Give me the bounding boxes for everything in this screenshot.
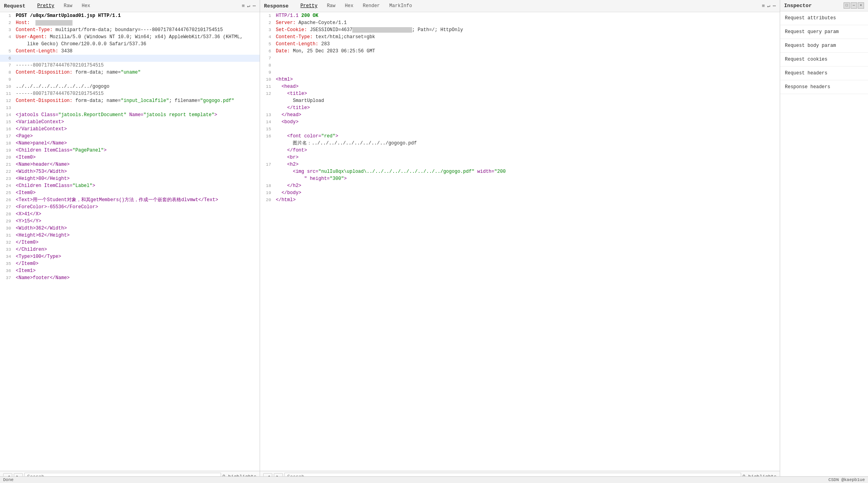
table-row: 9 bbox=[260, 69, 780, 76]
table-row: 36 <Item1> bbox=[0, 267, 260, 274]
table-row: 27 <ForeColor>-65536</ForeColor> bbox=[0, 204, 260, 211]
table-row: 3 Content-Type: multipart/form-data; bou… bbox=[0, 26, 260, 33]
table-row: 24 <Children ItemClass="Label"> bbox=[0, 182, 260, 189]
table-row: 14 <jatools Class="jatools.ReportDocumen… bbox=[0, 111, 260, 118]
table-row: 4 Content-Type: text/html;charset=gbk bbox=[260, 33, 780, 41]
table-row: 8 bbox=[260, 62, 780, 69]
table-row: 14 <body> bbox=[260, 118, 780, 126]
table-row: 22 <Width>753</Width> bbox=[0, 168, 260, 175]
table-row: 1 POST /u8qx/SmartUpload01.jsp HTTP/1.1 bbox=[0, 12, 260, 19]
inspector-item-request-query-param[interactable]: Request query param bbox=[780, 25, 868, 39]
inspector-title: Inspector bbox=[784, 3, 812, 9]
table-row: 12 <title> bbox=[260, 90, 780, 97]
inspector-header: Inspector □ ─ × bbox=[780, 0, 868, 11]
table-row: 18 </h2> bbox=[260, 182, 780, 189]
toggle-btn-3[interactable]: × bbox=[858, 2, 864, 9]
table-row: 3 Set-Cookie: JSESSIONID=4637███████████… bbox=[260, 26, 780, 33]
request-title: Request bbox=[4, 3, 26, 9]
table-row: 37 <Name>footer</Name> bbox=[0, 274, 260, 281]
table-row: 11 ------8007178744476702101754515 bbox=[0, 90, 260, 97]
table-row: 23 <Height>80</Height> bbox=[0, 175, 260, 182]
table-row: 19 <Children ItemClass="PagePanel"> bbox=[0, 147, 260, 154]
table-row: 35 </Item0> bbox=[0, 260, 260, 267]
response-panel: Response Pretty Raw Hex Render MarkInfo … bbox=[260, 0, 780, 483]
table-row: 7 ------8007178744476702101754515 bbox=[0, 62, 260, 69]
table-row: 20 <Item0> bbox=[0, 154, 260, 161]
inspector-panel: Inspector □ ─ × Request attributes Reque… bbox=[780, 0, 868, 483]
table-row: 32 </Item0> bbox=[0, 239, 260, 246]
table-row: 5 Content-Length: 3438 bbox=[0, 48, 260, 55]
wrap-icon[interactable]: ↵ bbox=[247, 3, 250, 9]
table-row: </font> bbox=[260, 147, 780, 154]
table-row: 21 <Name>header</Name> bbox=[0, 161, 260, 168]
table-row: 16 </VariableContext> bbox=[0, 126, 260, 133]
request-tab-bar: Pretty Raw Hex bbox=[33, 2, 237, 9]
table-row: 2 Server: Apache-Coyote/1.1 bbox=[260, 19, 780, 26]
toggle-btn-1[interactable]: □ bbox=[844, 2, 850, 9]
main-layout: Request Pretty Raw Hex ≡ ↵ ⋯ 1 POST /u8q… bbox=[0, 0, 868, 483]
status-done: Done bbox=[3, 477, 13, 482]
table-row: 7 bbox=[260, 55, 780, 62]
filter-icon[interactable]: ≡ bbox=[242, 3, 245, 9]
table-row: 30 <Width>362</Width> bbox=[0, 225, 260, 232]
table-row: 17 <h2> bbox=[260, 161, 780, 168]
table-row: </title> bbox=[260, 104, 780, 111]
inspector-toggle: □ ─ × bbox=[844, 2, 864, 9]
table-row: 2 Host: ██ ██ ███ ███ bbox=[0, 19, 260, 26]
request-tab-raw[interactable]: Raw bbox=[60, 2, 76, 9]
request-tab-pretty[interactable]: Pretty bbox=[33, 2, 58, 9]
response-more-icon[interactable]: ⋯ bbox=[773, 3, 776, 9]
response-toolbar: ≡ ↵ ⋯ bbox=[762, 3, 776, 9]
response-tab-render[interactable]: Render bbox=[359, 2, 384, 9]
more-icon[interactable]: ⋯ bbox=[253, 3, 256, 9]
table-row: 9 bbox=[0, 76, 260, 83]
response-tab-raw[interactable]: Raw bbox=[323, 2, 340, 9]
toggle-btn-2[interactable]: ─ bbox=[851, 2, 857, 9]
table-row: 11 <head> bbox=[260, 83, 780, 90]
table-row: 16 <font color="red"> bbox=[260, 133, 780, 140]
inspector-item-request-headers[interactable]: Request headers bbox=[780, 67, 868, 80]
table-row: 19 </body> bbox=[260, 189, 780, 196]
response-tab-markinfo[interactable]: MarkInfo bbox=[385, 2, 416, 9]
table-row: 26 <Text>用一个Student对象，和其getMembers()方法，作… bbox=[0, 196, 260, 204]
table-row: 13 </head> bbox=[260, 111, 780, 118]
response-filter-icon[interactable]: ≡ bbox=[762, 3, 765, 9]
table-row: 6 Date: Mon, 25 Dec 2023 06:25:56 GMT bbox=[260, 48, 780, 55]
table-row: 25 <Item0> bbox=[0, 189, 260, 196]
table-row: 28 <X>41</X> bbox=[0, 211, 260, 218]
table-row: 31 <Height>62</Height> bbox=[0, 232, 260, 239]
request-panel-header: Request Pretty Raw Hex ≡ ↵ ⋯ bbox=[0, 0, 260, 12]
table-row: 20 </html> bbox=[260, 196, 780, 204]
response-panel-header: Response Pretty Raw Hex Render MarkInfo … bbox=[260, 0, 780, 12]
response-tab-pretty[interactable]: Pretty bbox=[296, 2, 321, 9]
table-row: 13 bbox=[0, 104, 260, 111]
inspector-item-response-headers[interactable]: Response headers bbox=[780, 80, 868, 94]
table-row: 10 <html> bbox=[260, 76, 780, 83]
table-row: 17 <Page> bbox=[0, 133, 260, 140]
table-row: 12 Content-Disposition: form-data; name=… bbox=[0, 97, 260, 104]
table-row: 8 Content-Disposition: form-data; name="… bbox=[0, 69, 260, 76]
table-row: 33 </Children> bbox=[0, 246, 260, 253]
table-row: 6 bbox=[0, 55, 260, 62]
request-tab-hex[interactable]: Hex bbox=[78, 2, 94, 9]
response-tab-hex[interactable]: Hex bbox=[341, 2, 357, 9]
table-row: 1 HTTP/1.1 200 OK bbox=[260, 12, 780, 19]
table-row: 15 bbox=[260, 126, 780, 133]
table-row: SmartUpload bbox=[260, 97, 780, 104]
table-row: 29 <Y>15</Y> bbox=[0, 218, 260, 225]
table-row: 34 <Type>100</Type> bbox=[0, 253, 260, 260]
inspector-item-request-attributes[interactable]: Request attributes bbox=[780, 11, 868, 25]
response-code-area: 1 HTTP/1.1 200 OK 2 Server: Apache-Coyot… bbox=[260, 12, 780, 471]
response-code-lines: 1 HTTP/1.1 200 OK 2 Server: Apache-Coyot… bbox=[260, 12, 780, 204]
inspector-item-request-body-param[interactable]: Request body param bbox=[780, 39, 868, 53]
inspector-item-request-cookies[interactable]: Request cookies bbox=[780, 53, 868, 67]
response-tab-bar: Pretty Raw Hex Render MarkInfo bbox=[296, 2, 757, 9]
request-toolbar: ≡ ↵ ⋯ bbox=[242, 3, 256, 9]
response-wrap-icon[interactable]: ↵ bbox=[767, 3, 770, 9]
response-title: Response bbox=[264, 3, 288, 9]
status-bar: Done CSDN @kaepb1ue bbox=[0, 476, 868, 483]
request-code-area: 1 POST /u8qx/SmartUpload01.jsp HTTP/1.1 … bbox=[0, 12, 260, 471]
table-row: 15 <VariableContext> bbox=[0, 118, 260, 126]
table-row: <br> bbox=[260, 154, 780, 161]
table-row: 图片名：../../../../../../../../../gogogo.pd… bbox=[260, 140, 780, 147]
